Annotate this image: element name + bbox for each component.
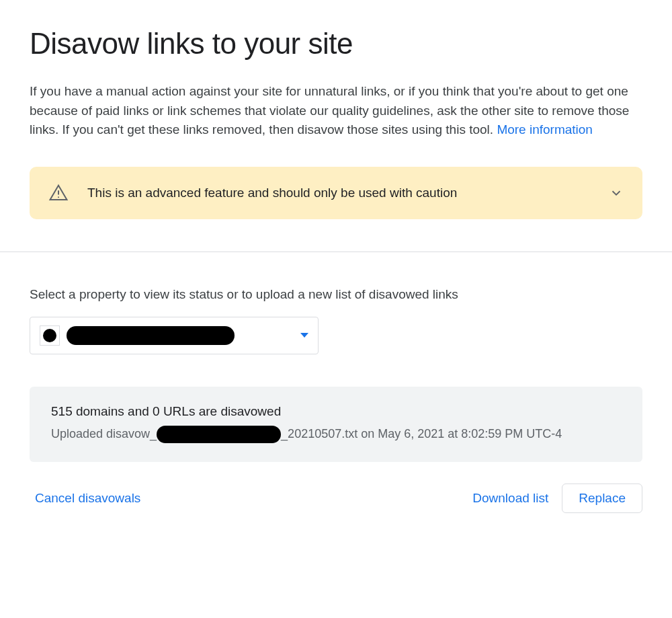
warning-triangle-icon [48, 183, 69, 203]
upload-suffix: _20210507.txt on May 6, 2021 at 8:02:59 … [281, 427, 562, 441]
action-bar: Cancel disavowals Download list Replace [30, 479, 642, 517]
warning-banner[interactable]: This is an advanced feature and should o… [30, 167, 642, 219]
property-dropdown[interactable] [30, 317, 319, 354]
status-upload-info: Uploaded disavow__20210507.txt on May 6,… [51, 426, 621, 443]
download-list-button[interactable]: Download list [467, 484, 554, 512]
section-divider [0, 252, 672, 252]
property-name-redacted [67, 326, 235, 345]
svg-point-1 [58, 196, 59, 198]
property-favicon [40, 325, 60, 346]
upload-prefix: Uploaded disavow_ [51, 427, 157, 441]
more-information-link[interactable]: More information [497, 122, 593, 137]
select-property-label: Select a property to view its status or … [30, 287, 642, 302]
page-title: Disavow links to your site [30, 27, 642, 61]
dropdown-arrow-icon [300, 333, 308, 338]
page-description: If you have a manual action against your… [30, 82, 642, 140]
disavow-status-card: 515 domains and 0 URLs are disavowed Upl… [30, 387, 642, 462]
warning-text: This is an advanced feature and should o… [87, 186, 590, 200]
status-headline: 515 domains and 0 URLs are disavowed [51, 404, 621, 419]
cancel-disavowals-button[interactable]: Cancel disavowals [30, 484, 146, 512]
upload-filename-redacted [157, 426, 281, 443]
chevron-down-icon [609, 186, 624, 200]
replace-button[interactable]: Replace [562, 484, 642, 513]
